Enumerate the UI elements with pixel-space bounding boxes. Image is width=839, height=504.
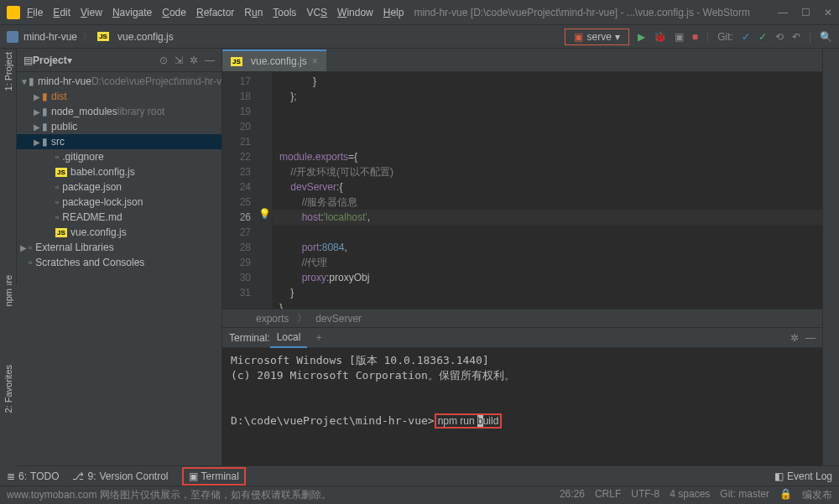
- status-encoding[interactable]: UTF-8: [631, 488, 659, 502]
- tree-label: mind-hr-vue: [38, 75, 91, 87]
- hide-icon[interactable]: —: [805, 332, 816, 344]
- intention-bulb-icon[interactable]: 💡: [258, 208, 272, 220]
- minimize-icon[interactable]: —: [778, 7, 788, 18]
- window-title: mind-hr-vue [D:\code\vueProject\mind-hr-…: [414, 7, 778, 18]
- tree-item[interactable]: ▫Scratches and Consoles: [17, 255, 221, 270]
- tool-project[interactable]: 1: Project: [3, 52, 13, 91]
- run-config-label: serve: [586, 31, 611, 43]
- status-position[interactable]: 26:26: [560, 488, 585, 502]
- close-tab-icon[interactable]: ×: [312, 55, 318, 67]
- menu-help[interactable]: Help: [383, 7, 404, 18]
- left-tool-strip-lower: npm 2: Favorites: [0, 285, 17, 470]
- js-file-icon: JS: [97, 32, 109, 41]
- menu-navigate[interactable]: Navigate: [112, 7, 152, 18]
- project-sidebar: ▤ Project ▾ ⊙ ⇲ ✲ — ▼▮mind-hr-vue D:\cod…: [17, 49, 222, 465]
- menu-file[interactable]: File: [27, 7, 43, 18]
- file-icon: ▫: [29, 257, 32, 268]
- chevron-down-icon: ▾: [615, 31, 620, 43]
- menu-window[interactable]: Window: [337, 7, 373, 18]
- code-content[interactable]: } }; module.exports={ //开发环境(可以不配置) devS…: [273, 72, 822, 309]
- breadcrumb: mind-hr-vue 〉 JS vue.config.js: [7, 29, 174, 44]
- git-update-icon[interactable]: ✓: [742, 31, 750, 43]
- status-branch[interactable]: Git: master: [720, 488, 769, 502]
- lock-icon[interactable]: 🔒: [779, 488, 792, 502]
- file-icon: ▫: [55, 181, 59, 193]
- tree-item[interactable]: ▫package-lock.json: [17, 195, 221, 210]
- git-commit-icon[interactable]: ✓: [758, 31, 767, 43]
- status-indent[interactable]: 4 spaces: [670, 488, 710, 502]
- tree-item[interactable]: ▶▮src: [17, 134, 221, 149]
- search-icon[interactable]: 🔍: [820, 31, 832, 43]
- stop-icon[interactable]: ■: [692, 31, 698, 43]
- tree-label: src: [51, 136, 65, 148]
- sidebar-title: Project: [33, 55, 67, 66]
- close-icon[interactable]: ✕: [824, 7, 832, 18]
- git-revert-icon[interactable]: ↶: [792, 31, 800, 43]
- titlebar: File Edit View Navigate Code Refactor Ru…: [0, 0, 839, 25]
- tree-item[interactable]: ▶▫External Libraries: [17, 240, 221, 255]
- tree-item[interactable]: JSbabel.config.js: [17, 164, 221, 179]
- crumb-exports[interactable]: exports: [256, 313, 289, 325]
- crumb-devserver[interactable]: devServer: [315, 313, 362, 325]
- status-eol[interactable]: CRLF: [595, 488, 621, 502]
- expand-all-icon[interactable]: ⇲: [175, 55, 183, 66]
- tree-hint: library root: [117, 106, 165, 117]
- menu-run[interactable]: Run: [244, 7, 263, 18]
- terminal-body[interactable]: Microsoft Windows [版本 10.0.18363.1440] (…: [222, 348, 822, 465]
- file-icon: ▫: [55, 211, 59, 223]
- code-breadcrumb: exports 〉 devServer: [222, 309, 822, 327]
- menu-view[interactable]: View: [81, 7, 102, 18]
- menu-code[interactable]: Code: [162, 7, 186, 18]
- tool-version-control[interactable]: ⎇9:Version Control: [72, 470, 168, 482]
- tree-item[interactable]: ▫package.json: [17, 179, 221, 195]
- js-file-icon: JS: [55, 168, 67, 177]
- coverage-icon[interactable]: ▣: [675, 31, 684, 43]
- menu-vcs[interactable]: VCS: [306, 7, 327, 18]
- breadcrumb-root[interactable]: mind-hr-vue: [23, 31, 77, 43]
- tree-item[interactable]: ▼▮mind-hr-vue D:\code\vueProject\mind-hr…: [17, 74, 221, 89]
- tool-favorites[interactable]: 2: Favorites: [3, 365, 13, 413]
- bottom-toolbar: ≣6:TODO ⎇9:Version Control ▣Terminal ◧Ev…: [0, 465, 839, 486]
- folder-icon: ▮: [42, 106, 48, 117]
- tree-item[interactable]: JSvue.config.js: [17, 225, 221, 240]
- tool-terminal[interactable]: ▣Terminal: [182, 467, 246, 486]
- select-opened-icon[interactable]: ⊙: [159, 55, 168, 66]
- tab-label: vue.config.js: [251, 55, 307, 67]
- gear-icon[interactable]: ✲: [190, 55, 198, 66]
- tree-item[interactable]: ▶▮node_modules library root: [17, 104, 221, 119]
- run-icon[interactable]: ▶: [638, 31, 645, 43]
- gear-icon[interactable]: ✲: [790, 332, 799, 344]
- tree-item[interactable]: ▶▮public: [17, 119, 221, 134]
- code-editor[interactable]: 171819202122232425262728293031 💡 } }; mo…: [222, 72, 822, 309]
- hide-icon[interactable]: —: [205, 55, 215, 66]
- terminal-tab-local[interactable]: Local: [270, 328, 308, 348]
- tree-label: README.md: [62, 211, 122, 223]
- hint-gutter: 💡: [258, 72, 273, 309]
- breadcrumb-file[interactable]: vue.config.js: [117, 31, 174, 43]
- project-icon: [7, 31, 18, 43]
- terminal-pane: Terminal: Local ＋ ✲ — Microsoft Windows …: [222, 327, 822, 465]
- status-watermark: www.toymoban.com 网络图片仅供展示，至存储，如有侵权请联系删除。: [7, 488, 331, 502]
- tree-item[interactable]: ▶▮dist: [17, 89, 221, 104]
- tool-npm[interactable]: npm: [3, 288, 13, 306]
- chevron-down-icon[interactable]: ▾: [67, 55, 72, 66]
- tree-item[interactable]: ▫.gitignore: [17, 149, 221, 164]
- tree-item[interactable]: ▫README.md: [17, 210, 221, 225]
- tab-vue-config[interactable]: JS vue.config.js ×: [222, 49, 326, 71]
- run-configuration-selector[interactable]: serve ▾: [565, 29, 628, 45]
- tree-label: package-lock.json: [62, 196, 143, 208]
- file-icon: ▫: [55, 151, 59, 163]
- tree-label: node_modules: [51, 106, 117, 117]
- project-tree[interactable]: ▼▮mind-hr-vue D:\code\vueProject\mind-hr…: [17, 72, 221, 465]
- file-icon: ▫: [29, 242, 32, 253]
- terminal-add-icon[interactable]: ＋: [314, 330, 324, 345]
- folder-icon: ▮: [42, 136, 48, 148]
- menu-refactor[interactable]: Refactor: [196, 7, 234, 18]
- tool-todo[interactable]: ≣6:TODO: [7, 470, 59, 482]
- debug-icon[interactable]: 🐞: [654, 31, 666, 43]
- menu-edit[interactable]: Edit: [53, 7, 70, 18]
- tool-event-log[interactable]: ◧Event Log: [774, 470, 832, 482]
- maximize-icon[interactable]: ☐: [801, 7, 810, 18]
- menu-tools[interactable]: Tools: [273, 7, 296, 18]
- git-history-icon[interactable]: ⟲: [775, 31, 784, 43]
